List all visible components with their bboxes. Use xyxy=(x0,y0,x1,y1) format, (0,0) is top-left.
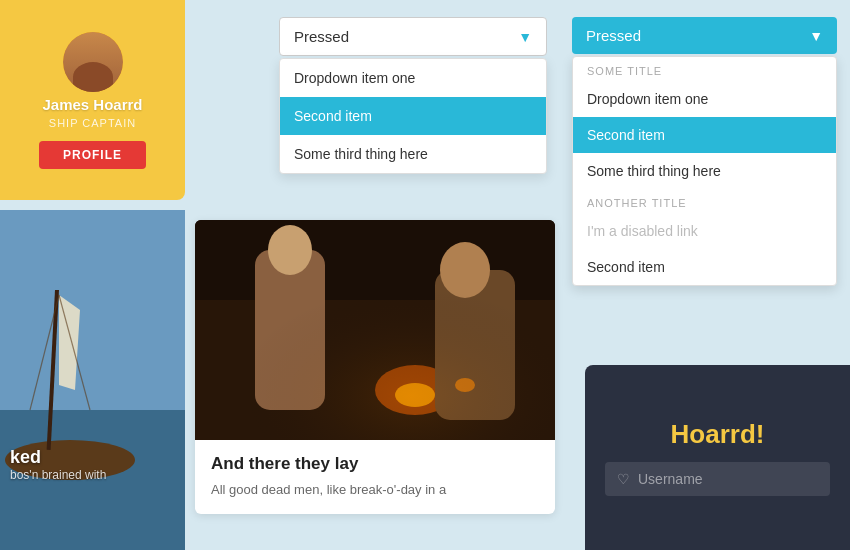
dropdown-item-1[interactable]: Dropdown item one xyxy=(280,59,546,97)
ship-image: ked bos'n brained with xyxy=(0,210,185,550)
dropdown-fancy-item-1[interactable]: Dropdown item one xyxy=(573,81,836,117)
painting-image xyxy=(195,220,555,440)
avatar xyxy=(63,32,123,92)
card2-text: All good dead men, like break-o'-day in … xyxy=(211,480,539,500)
dropdown-section-title-1: SOME TITLE xyxy=(573,57,836,81)
chevron-down-icon-2: ▼ xyxy=(809,28,823,44)
dropdown-fancy-item-4: I'm a disabled link xyxy=(573,213,836,249)
dropdown-fancy-menu: SOME TITLE Dropdown item one Second item… xyxy=(572,56,837,286)
dropdown-fancy-trigger[interactable]: Pressed ▼ xyxy=(572,17,837,54)
profile-name: James Hoarrd xyxy=(42,96,142,113)
image-card-2: And there they lay All good dead men, li… xyxy=(195,220,555,514)
chevron-down-icon: ▼ xyxy=(518,29,532,45)
dropdown-fancy: Pressed ▼ SOME TITLE Dropdown item one S… xyxy=(572,17,837,286)
dropdown-fancy-value: Pressed xyxy=(586,27,641,44)
profile-button[interactable]: PROFILE xyxy=(39,141,146,169)
user-icon: ♡ xyxy=(617,471,630,487)
username-placeholder: Username xyxy=(638,471,703,487)
username-input-wrapper[interactable]: ♡ Username xyxy=(605,462,830,496)
login-card: Hoarrd! ♡ Username xyxy=(585,365,850,550)
card2-title: And there they lay xyxy=(211,454,539,474)
dropdown-section-title-2: ANOTHER TITLE xyxy=(573,189,836,213)
svg-rect-16 xyxy=(195,220,555,440)
profile-title: SHIP CAPTAIN xyxy=(49,117,136,129)
login-title: Hoarrd! xyxy=(671,419,765,450)
card2-body: And there they lay All good dead men, li… xyxy=(195,440,555,514)
dropdown-fancy-item-2[interactable]: Second item xyxy=(573,117,836,153)
dropdown-simple-value: Pressed xyxy=(294,28,349,45)
dropdown-item-2[interactable]: Second item xyxy=(280,97,546,135)
dropdown-fancy-item-5[interactable]: Second item xyxy=(573,249,836,285)
card1-overlay: ked bos'n brained with xyxy=(0,439,185,490)
dropdown-simple-menu: Dropdown item one Second item Some third… xyxy=(279,58,547,174)
dropdown-simple: Pressed ▼ Dropdown item one Second item … xyxy=(279,17,547,174)
dropdown-simple-trigger[interactable]: Pressed ▼ xyxy=(279,17,547,56)
dropdown-item-3[interactable]: Some third thing here xyxy=(280,135,546,173)
image-card-1: ked bos'n brained with xyxy=(0,210,185,550)
dropdown-fancy-item-3[interactable]: Some third thing here xyxy=(573,153,836,189)
card1-body: bos'n brained with xyxy=(10,468,175,482)
card1-title: ked xyxy=(10,447,175,468)
profile-card: James Hoarrd SHIP CAPTAIN PROFILE xyxy=(0,0,185,200)
